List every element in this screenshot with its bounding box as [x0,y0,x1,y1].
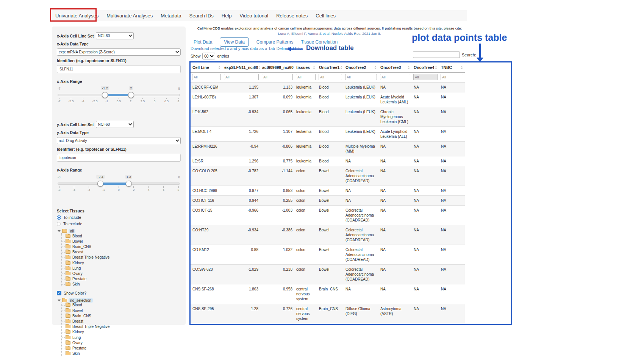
table-cell: 0.775 [260,156,294,166]
column-filter-input-expslfn11-nci60[interactable] [224,74,259,80]
column-header-oncotree2[interactable]: OncoTree2 [344,62,378,73]
nav-item-help[interactable]: Help [222,13,232,19]
table-row[interactable]: CNS:SF-2681.8630.958central nervous syst… [191,284,465,304]
sort-icon[interactable] [374,66,377,69]
tree-item-lung[interactable]: Lung [62,265,181,271]
tree-item-skin[interactable]: Skin [62,282,181,287]
tree-item-breast-triple-negative[interactable]: Breast Triple Negative [62,255,181,260]
sort-icon[interactable] [259,66,260,69]
tree-item-skin[interactable]: Skin [62,351,181,356]
table-row[interactable]: CO:HCT-15-0.966-1.003colonBowelColorecta… [191,206,465,225]
x-cell-line-set-select[interactable]: NCI-60 [96,32,134,39]
y-slider-handle-high[interactable] [126,181,132,187]
column-filter-input-oncotree3[interactable] [380,74,410,80]
tab-compare-patterns[interactable]: Compare Patterns [256,39,293,45]
sort-icon[interactable] [461,66,463,69]
tree-item-kidney[interactable]: Kidney [62,260,181,265]
nav-item-univariate-analyses[interactable]: Univariate Analyses [55,13,98,19]
x-slider-handle-low[interactable] [102,92,108,98]
table-row[interactable]: CO:SW-620-1.0290.238colonBowelColorectal… [191,265,465,284]
nav-item-multivariate-analyses[interactable]: Multivariate Analyses [106,13,153,19]
tree-root-no-selection[interactable]: no_selection [58,298,181,303]
tree-item-breast-triple-negative[interactable]: Breast Triple Negative [62,324,181,329]
column-header-tnbc[interactable]: TNBC [439,62,465,73]
column-header-oncotree3[interactable]: OncoTree3 [378,62,412,73]
table-row[interactable]: CO:HCT-116-0.9440.255colonBowelNANANANA [191,196,465,206]
column-filter-input-oncotree1[interactable] [319,74,342,80]
table-row[interactable]: LE:MOLT-41.7261.107leukemiaBloodLeukemia… [191,127,465,142]
tree-item-brain-cns[interactable]: Brain_CNS [62,244,181,249]
column-header-tissues[interactable]: tissues [294,62,317,73]
tree-item-prostate[interactable]: Prostate [62,345,181,351]
table-row[interactable]: LE:SR1.2960.775leukemiaBloodNANANANA [191,156,465,166]
column-filter-input-act609699-nci60[interactable] [262,74,293,80]
tree-item-ovary[interactable]: Ovary [62,271,181,276]
column-header-act609699-nci60[interactable]: act609699_nci60 [260,62,294,73]
nav-item-metadata[interactable]: Metadata [161,13,181,19]
tree-item-kidney[interactable]: Kidney [62,329,181,335]
column-filter-input-tnbc[interactable] [441,74,463,80]
x-range-slider[interactable]: -7 8 -1.2 2 -7-5.5-4-2.5-10.523.556.58 [58,86,180,106]
sort-icon[interactable] [313,66,315,69]
nav-item-search-ids[interactable]: Search IDs [189,13,214,19]
show-color-checkbox[interactable]: ✓ Show Color? [57,291,181,295]
y-cell-line-set-select[interactable]: NCI-60 [96,121,134,128]
search-input[interactable] [413,51,460,58]
tree-item-lung[interactable]: Lung [62,335,181,340]
table-cell: NA [344,156,378,166]
tree-root-all[interactable]: all [58,229,181,233]
tree-item-bowel[interactable]: Bowel [62,308,181,313]
table-cell: NA [439,142,465,156]
table-row[interactable]: CNS:SF-2951.280.726central nervous syste… [191,304,465,324]
column-header-oncotree4[interactable]: OncoTree4 [412,62,439,73]
table-row[interactable]: LE:RPMI-8226-0.94-0.806leukemiaBloodMult… [191,142,465,156]
tree-item-breast[interactable]: Breast [62,250,181,255]
column-header-oncotree1[interactable]: OncoTree1 [317,62,344,73]
x-data-type-select[interactable]: exp: mRNA Expression (Z-Score) [57,48,181,56]
table-cell: NA [439,206,465,225]
x-slider-handle-high[interactable] [128,92,134,98]
y-identifier-input[interactable] [57,154,181,162]
column-filter-input-oncotree4[interactable] [413,74,438,80]
table-row[interactable]: CO:HCC-2998-0.977-0.853colonBowelNANANAN… [191,186,465,196]
tree-item-prostate[interactable]: Prostate [62,276,181,282]
tab-plot-data[interactable]: Plot Data [194,39,212,45]
column-header-cell-line[interactable]: Cell Line [191,62,222,73]
nav-item-cell-lines[interactable]: Cell lines [316,13,336,19]
y-slider-handle-low[interactable] [97,181,103,187]
to-include-radio[interactable]: To include [57,215,181,220]
table-row[interactable]: LE:CCRF-CEM1.1951.133leukemiaBloodLeukem… [191,83,465,92]
sort-icon[interactable] [435,66,437,69]
tree-item-blood[interactable]: Blood [62,233,181,239]
collapse-arrow-icon[interactable] [58,230,61,232]
collapse-arrow-icon[interactable] [58,300,61,301]
tree-item-bowel[interactable]: Bowel [62,239,181,244]
table-row[interactable]: LE:HL-60(TB)1.3070.699leukemiaBloodLeuke… [191,92,465,107]
table-row[interactable]: LE:K-562-0.9340.065leukemiaBloodLeukemia… [191,107,465,127]
table-row[interactable]: CO:HT29-0.934-0.386colonBowelColorectal … [191,225,465,245]
download-link[interactable]: Download selected x and y axis data as a… [191,46,302,51]
tree-item-blood[interactable]: Blood [62,303,181,308]
nav-item-video-tutorial[interactable]: Video tutorial [240,13,269,19]
y-data-type-select[interactable]: act: Drug Activity [57,137,181,144]
column-filter-input-cell-line[interactable] [192,74,221,80]
column-header-expslfn11-nci60[interactable]: expSLFN11_nci60 [222,62,260,73]
column-filter-input-oncotree2[interactable] [345,74,377,80]
nav-item-release-notes[interactable]: Release notes [276,13,308,19]
tree-item-brain-cns[interactable]: Brain_CNS [62,313,181,318]
sort-icon[interactable] [340,66,342,69]
column-filter-input-tissues[interactable] [296,74,316,80]
to-exclude-radio[interactable]: To exclude [57,222,181,226]
tree-item-ovary[interactable]: Ovary [62,340,181,345]
table-cell: Colorectal Adenocarcinoma (COADREAD) [344,206,378,225]
entries-count-select[interactable]: 60 [202,53,215,59]
y-range-slider[interactable]: -8 8 -2.4 1.3 -8-6-4-202468 [58,175,180,194]
table-row[interactable]: CO:KM12-0.88-1.032colonBowelColorectal A… [191,245,465,265]
sort-icon[interactable] [408,66,410,69]
tab-view-data[interactable]: View Data [220,37,249,47]
x-identifier-input[interactable] [57,65,181,73]
tab-tissue-correlation[interactable]: Tissue Correlation [301,39,338,45]
tree-item-breast[interactable]: Breast [62,318,181,324]
table-row[interactable]: CO:COLO 205-0.782-1.144colonBowelColorec… [191,166,465,186]
sort-icon[interactable] [218,66,220,69]
